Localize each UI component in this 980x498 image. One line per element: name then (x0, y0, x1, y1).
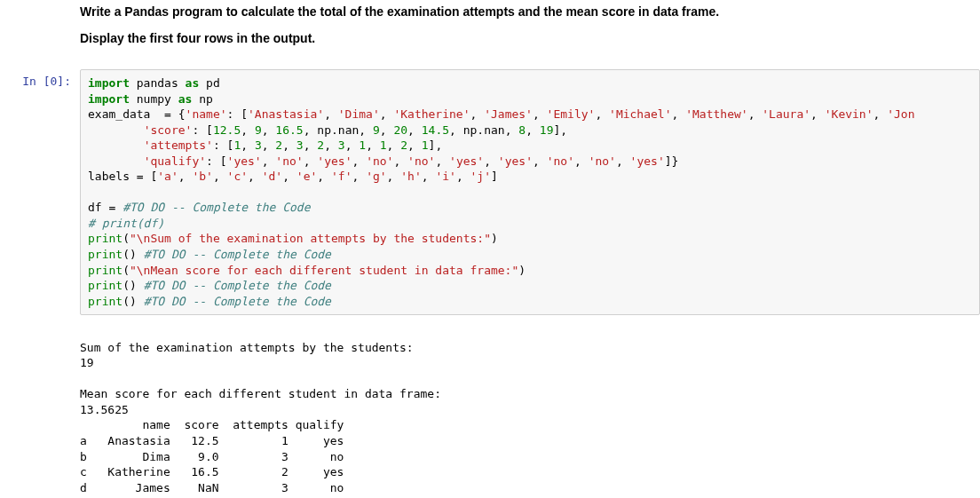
output-text: Sum of the examination attempts by the s… (80, 319, 980, 498)
code-input[interactable]: import pandas as pd import numpy as np e… (80, 69, 980, 315)
instruction-text: Write a Pandas program to calculate the … (0, 0, 980, 62)
instruction-line1: Write a Pandas program to calculate the … (80, 4, 976, 19)
output-cell: Sum of the examination attempts by the s… (0, 319, 980, 498)
input-prompt: In [0]: (0, 69, 80, 315)
instruction-line2: Display the first four rows in the outpu… (80, 31, 976, 45)
output-prompt (0, 319, 80, 498)
code-cell: In [0]: import pandas as pd import numpy… (0, 69, 980, 315)
